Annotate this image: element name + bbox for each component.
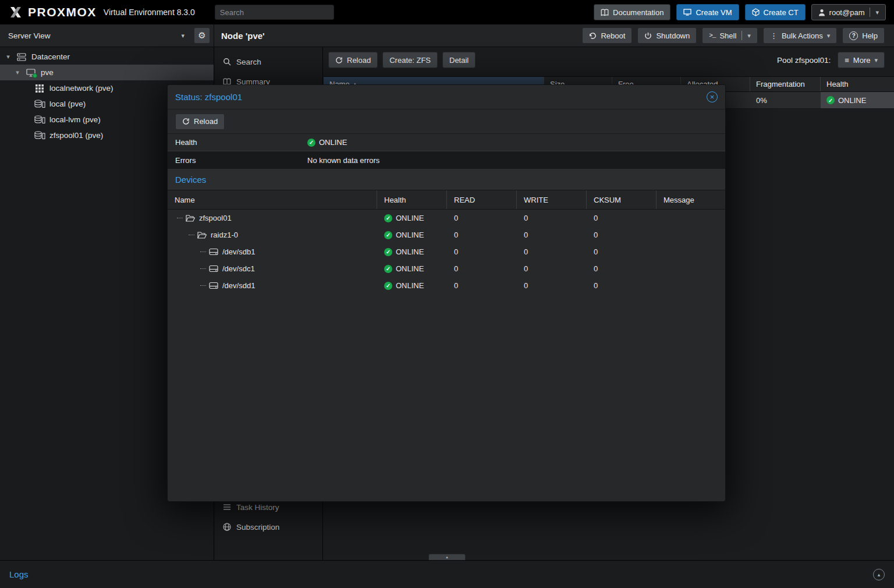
- chevron-up-icon: ▴: [878, 572, 881, 578]
- health-status-text: ONLINE: [838, 96, 866, 105]
- help-label: Help: [862, 31, 878, 40]
- device-health-cell: ✓ ONLINE: [377, 281, 447, 290]
- shutdown-button[interactable]: Shutdown: [637, 27, 697, 44]
- create-vm-label: Create VM: [696, 8, 732, 17]
- dialog-reload-button[interactable]: Reload: [175, 114, 225, 130]
- create-zfs-button[interactable]: Create: ZFS: [382, 52, 438, 68]
- datacenter-icon: [16, 53, 27, 61]
- brand-name: PROXMOX: [28, 5, 97, 19]
- close-icon[interactable]: ×: [707, 91, 718, 102]
- device-name: /dev/sdd1: [222, 281, 255, 290]
- dialog-header[interactable]: Status: zfspool01 ×: [168, 85, 725, 109]
- create-ct-button[interactable]: Create CT: [745, 4, 806, 20]
- health-value: ✓ ONLINE: [307, 138, 347, 147]
- tree-label: localnetwork (pve): [49, 84, 113, 93]
- proxmox-app: PROXMOX Virtual Environment 8.3.0 Docume…: [0, 0, 894, 588]
- search-icon: [223, 58, 231, 66]
- column-header-write[interactable]: WRITE: [517, 190, 587, 209]
- check-circle-icon: ✓: [307, 139, 315, 147]
- tree-label: Datacenter: [31, 52, 70, 61]
- reload-icon: [335, 56, 343, 64]
- pool-label: Pool zfspool01:: [777, 56, 831, 65]
- menu-item-subscription[interactable]: Subscription: [215, 517, 322, 537]
- brand-version: Virtual Environment 8.3.0: [104, 8, 195, 17]
- menu-item-search[interactable]: Search: [215, 52, 322, 72]
- view-selector[interactable]: Server View ▾: [7, 28, 189, 44]
- global-search-input[interactable]: [215, 5, 334, 20]
- device-cksum-cell: 0: [587, 214, 657, 222]
- more-button[interactable]: ≡ More ▾: [838, 52, 885, 68]
- tree-label: local-lvm (pve): [49, 115, 101, 124]
- reload-icon: [182, 118, 190, 125]
- health-status-text: ONLINE: [396, 231, 424, 239]
- folder-open-icon: [186, 214, 195, 222]
- view-selector-area: Server View ▾ ⚙: [0, 24, 214, 47]
- create-vm-button[interactable]: Create VM: [676, 4, 739, 20]
- user-icon: [818, 9, 825, 16]
- column-header-name[interactable]: Name: [168, 190, 377, 209]
- shell-button[interactable]: >_ Shell ▾: [702, 27, 758, 44]
- health-status-text: ONLINE: [396, 264, 424, 273]
- tree-line: [200, 268, 206, 269]
- user-menu-button[interactable]: root@pam ▾: [811, 4, 886, 20]
- proxmox-logo-icon: [8, 5, 23, 19]
- tree-line: [177, 218, 183, 218]
- dialog-toolbar: Reload: [168, 109, 725, 134]
- chevron-down-icon: ▾: [875, 9, 879, 16]
- column-header-read[interactable]: READ: [447, 190, 517, 209]
- hdd-icon: [209, 248, 218, 256]
- logs-panel: Logs ▴: [0, 560, 894, 588]
- chevron-up-icon: ▴: [446, 555, 448, 559]
- column-header-health[interactable]: Health: [377, 190, 447, 209]
- bulk-actions-button[interactable]: ⋮ Bulk Actions ▾: [763, 27, 837, 44]
- close-glyph: ×: [710, 93, 715, 101]
- more-label: More: [853, 56, 871, 65]
- tree-line: [189, 235, 194, 235]
- node-toolbar: Node 'pve' Reboot Shutdown >_ Shell: [214, 27, 894, 44]
- check-circle-icon: ✓: [384, 248, 392, 256]
- device-row[interactable]: /dev/sdd1 ✓ ONLINE 0 0 0: [168, 277, 725, 294]
- column-header-health[interactable]: Health: [821, 77, 894, 91]
- device-row[interactable]: /dev/sdb1 ✓ ONLINE 0 0 0: [168, 243, 725, 260]
- sub-toolbar: Server View ▾ ⚙ Node 'pve' Reboot: [0, 24, 894, 47]
- logs-collapse-handle[interactable]: ▴: [428, 554, 466, 560]
- pool-row-health-cell: ✓ ONLINE: [821, 92, 894, 108]
- brand: PROXMOX Virtual Environment 8.3.0: [8, 5, 195, 19]
- storage-icon: [34, 131, 45, 140]
- documentation-button[interactable]: Documentation: [594, 4, 670, 20]
- divider: [742, 31, 742, 40]
- device-name-cell: raidz1-0: [168, 231, 377, 239]
- dots-vertical-icon: ⋮: [770, 31, 778, 40]
- errors-label: Errors: [168, 156, 307, 165]
- device-row[interactable]: /dev/sdc1 ✓ ONLINE 0 0 0: [168, 260, 725, 277]
- column-header-cksum[interactable]: CKSUM: [587, 190, 657, 209]
- reboot-button[interactable]: Reboot: [582, 27, 632, 44]
- device-read-cell: 0: [447, 281, 517, 290]
- folder-open-icon: [197, 231, 207, 239]
- tree-item-pve[interactable]: ▾ pve: [0, 65, 214, 80]
- check-circle-icon: ✓: [384, 214, 392, 222]
- help-button[interactable]: ? Help: [842, 27, 885, 44]
- tree-item-datacenter[interactable]: ▾ Datacenter: [0, 49, 214, 65]
- node-title: Node 'pve': [221, 31, 265, 41]
- status-dialog: Status: zfspool01 × Reload Health ✓ ONLI…: [167, 84, 726, 502]
- node-actions: Reboot Shutdown >_ Shell ▾ ⋮ Bulk Action: [582, 27, 885, 44]
- device-health-cell: ✓ ONLINE: [377, 231, 447, 239]
- device-name: zfspool01: [199, 214, 232, 222]
- tree-label: zfspool01 (pve): [49, 131, 103, 140]
- logs-tab[interactable]: Logs: [9, 569, 29, 579]
- device-row[interactable]: raidz1-0 ✓ ONLINE 0 0 0: [168, 226, 725, 243]
- reload-button[interactable]: Reload: [328, 52, 378, 68]
- question-icon: ?: [849, 31, 858, 40]
- documentation-label: Documentation: [613, 8, 664, 17]
- device-row[interactable]: zfspool01 ✓ ONLINE 0 0 0: [168, 210, 725, 226]
- settings-gear-button[interactable]: ⚙: [194, 27, 210, 44]
- cube-icon: [752, 8, 760, 16]
- column-header-message[interactable]: Message: [657, 190, 725, 209]
- column-header-fragmentation[interactable]: Fragmentation: [750, 77, 821, 91]
- network-grid-icon: [34, 84, 45, 93]
- expand-logs-button[interactable]: ▴: [873, 569, 885, 580]
- detail-button[interactable]: Detail: [442, 52, 476, 68]
- reboot-label: Reboot: [601, 31, 625, 40]
- pool-toolbar-buttons: Reload Create: ZFS Detail: [328, 52, 476, 68]
